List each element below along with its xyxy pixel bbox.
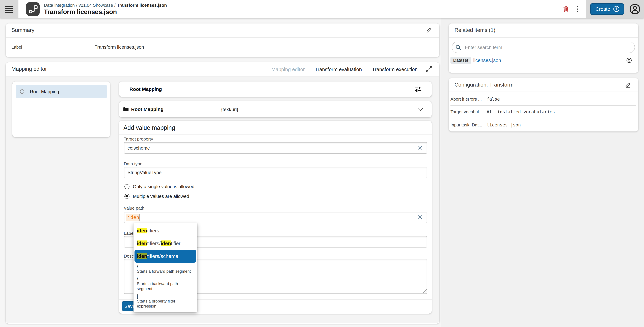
summary-label-value: Transform licenses.json [94,44,144,50]
mapping-editor-title: Mapping editor [12,66,47,72]
hamburger-icon [5,5,14,13]
user-avatar-icon [629,3,641,15]
radio-single-value-label: Only a single value is allowed [133,184,194,189]
value-path-token: iden [126,214,140,221]
root-mapping-section-row[interactable]: Root Mapping {text/url} [119,101,432,118]
item-type-tag: Dataset [450,57,471,64]
section-path: {text/url} [221,107,238,112]
config-row: Target vocabul... All installed vocabula… [450,106,636,118]
breadcrumb-link-data-integration[interactable]: Data integration [44,3,75,8]
related-item-link[interactable]: licenses.json [473,58,501,63]
user-menu-button[interactable] [629,3,641,15]
header-titles: Data integration/v21.04 Showcase/Transfo… [44,3,167,16]
section-title: Root Mapping [131,107,164,112]
delete-button[interactable] [562,4,570,14]
textarea-resize-handle[interactable] [422,289,427,293]
dropdown-item-operator[interactable]: \Starts a backward path segment [134,275,197,292]
search-input[interactable] [464,44,631,50]
summary-header: Summary [6,24,440,38]
operator-symbol: \ [137,276,194,282]
related-items-search [452,42,635,53]
header-actions: Create [562,0,644,18]
text-caret [140,214,140,220]
suggestion-text: tifiers [147,228,159,234]
search-icon [456,44,461,50]
config-row: Abort if errors ... false [450,93,636,106]
root-mapping-title: Root Mapping [130,86,162,92]
suggestion-text: tifiers/scheme [147,253,178,259]
tab-transform-evaluation[interactable]: Transform evaluation [315,66,362,72]
operator-description: Starts a property filter expression [137,299,194,309]
mapping-settings-button[interactable] [413,85,423,94]
add-value-mapping-form: Add value mapping Target property Data t… [119,121,432,314]
mapping-editor-card: Mapping editor Mapping editor Transform … [6,62,440,324]
match-highlight: iden [137,228,147,234]
dropdown-item-path[interactable]: identifiers/scheme [134,250,196,262]
page-body: Related items (1) Dataset licenses.json [0,18,644,327]
configuration-card: Configuration: Transform Abort if errors… [449,78,638,132]
breadcrumb-separator: / [75,3,79,8]
related-item-row: Dataset licenses.json [450,57,632,64]
value-path-input[interactable]: iden [124,212,427,223]
dropdown-item-path[interactable]: identifiers [134,224,197,237]
breadcrumb-current: Transform licenses.json [117,3,167,8]
pencil-icon [426,27,432,34]
breadcrumb-link-project[interactable]: v21.04 Showcase [79,3,113,8]
config-row-label: Input task: Dat... [450,122,487,127]
related-items-card: Related items (1) Dataset licenses.json [449,24,638,73]
edit-summary-button[interactable] [425,26,434,35]
data-type-input[interactable] [124,167,427,178]
match-highlight: iden [137,240,147,246]
root-mapping-header-card: Root Mapping [119,82,432,97]
target-property-input[interactable] [124,142,427,154]
eye-icon [626,57,632,63]
clear-target-property-button[interactable] [417,145,423,152]
trash-icon [563,6,569,12]
radio-multiple-values-label: Multiple values are allowed [133,194,189,199]
create-button[interactable]: Create [590,3,624,15]
transform-task-icon [26,2,40,16]
data-type-label: Data type [124,161,142,166]
view-item-button[interactable] [626,57,632,63]
suggestion-text: tifier [171,240,180,246]
breadcrumb: Data integration/v21.04 Showcase/Transfo… [44,3,167,8]
radio-circle-checked [124,194,130,199]
chevron-down-icon [418,108,423,111]
clear-value-path-button[interactable] [417,214,423,221]
mapping-editor-header: Mapping editor Mapping editor Transform … [6,62,440,76]
fullscreen-button[interactable] [424,64,434,74]
config-row-label: Target vocabul... [450,109,487,114]
operator-symbol: / [137,264,194,269]
tab-mapping-editor[interactable]: Mapping editor [272,66,305,72]
header-right-section: Create [586,0,644,18]
expand-icon [426,66,432,72]
value-path-label: Value path [124,206,144,210]
more-options-button[interactable] [575,4,580,14]
dropdown-item-path[interactable]: identifiers/identifier [134,237,197,250]
tune-sliders-icon [414,86,422,92]
radio-single-value[interactable]: Only a single value is allowed [124,184,194,189]
mapping-tabs: Mapping editor Transform evaluation Tran… [272,66,418,72]
summary-body: Label Transform licenses.json [6,38,440,56]
page-title: Transform licenses.json [44,9,167,16]
dropdown-item-operator[interactable]: [Starts a property filter expression [134,292,197,310]
summary-card: Summary Label Transform licenses.json [6,24,440,57]
tree-item-label: Root Mapping [30,89,59,94]
app: Data integration/v21.04 Showcase/Transfo… [0,0,644,327]
dropdown-item-operator[interactable]: /Starts a forward path segment [134,262,197,275]
operator-description: Starts a forward path segment [137,269,194,274]
configuration-header: Configuration: Transform [449,78,638,92]
radio-multiple-values[interactable]: Multiple values are allowed [124,194,189,199]
node-circle-icon [20,89,24,94]
edit-configuration-button[interactable] [624,80,632,90]
config-row-value: All installed vocabularies [487,109,555,114]
pencil-icon [625,82,631,88]
tree-item-root-mapping[interactable]: Root Mapping [16,85,107,98]
mapping-tree-panel: Root Mapping [12,82,110,137]
app-header: Data integration/v21.04 Showcase/Transfo… [0,0,644,18]
hamburger-menu-button[interactable] [0,0,18,18]
tab-transform-execution[interactable]: Transform execution [372,66,418,72]
right-rail: Related items (1) Dataset licenses.json [441,18,644,327]
clear-icon [418,146,422,150]
value-path-dropdown: identifiersidentifiers/identifieridentif… [134,223,197,312]
